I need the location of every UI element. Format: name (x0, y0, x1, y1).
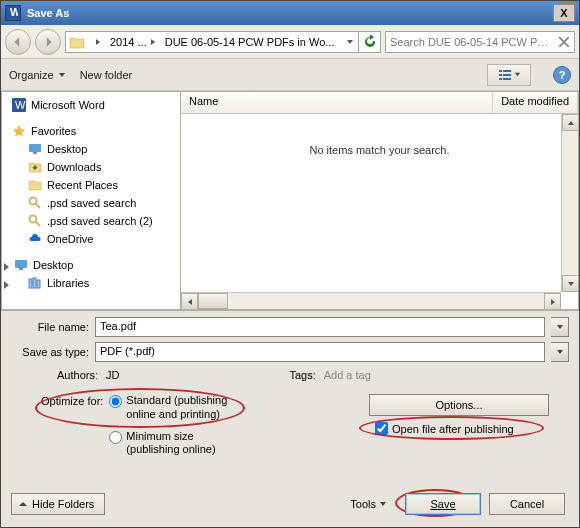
optimize-standard-radio[interactable] (109, 395, 122, 408)
file-list-header: Name Date modified (181, 92, 578, 114)
breadcrumb-segment[interactable]: 2014 ... (110, 36, 147, 48)
svg-line-15 (36, 222, 40, 226)
authors-label: Authors: (57, 369, 98, 381)
svg-text:W: W (10, 8, 18, 18)
refresh-button[interactable] (358, 31, 380, 53)
clear-search-icon[interactable] (558, 36, 570, 48)
svg-rect-19 (33, 278, 36, 288)
tree-item-downloads[interactable]: Downloads (2, 158, 180, 176)
close-button[interactable]: X (553, 4, 575, 22)
file-explorer: W Microsoft Word Favorites Desktop Downl… (1, 91, 579, 311)
svg-line-13 (36, 204, 40, 208)
tools-menu[interactable]: Tools (350, 498, 387, 510)
view-options-button[interactable] (487, 64, 531, 86)
word-app-icon: W (5, 5, 21, 21)
tags-label: Tags: (289, 369, 315, 381)
dialog-footer: Hide Folders Tools Save Cancel (1, 485, 579, 527)
save-button[interactable]: Save (405, 493, 481, 515)
svg-rect-20 (37, 280, 40, 288)
svg-rect-4 (499, 74, 502, 76)
svg-rect-18 (29, 279, 32, 288)
organize-menu[interactable]: Organize (9, 69, 66, 81)
chevron-down-icon (379, 500, 387, 508)
address-bar[interactable]: 2014 ... DUE 06-05-14 PCW PDFs in Wo... (65, 31, 381, 53)
save-as-type-label: Save as type: (11, 346, 89, 358)
svg-rect-5 (503, 74, 511, 76)
open-after-publishing-checkbox[interactable] (375, 422, 388, 435)
empty-results-message: No items match your search. (181, 114, 578, 156)
tags-input[interactable]: Add a tag (324, 369, 371, 381)
optimize-minimum-radio[interactable] (109, 431, 122, 444)
breadcrumb-segment[interactable]: DUE 06-05-14 PCW PDFs in Wo... (165, 36, 335, 48)
column-date[interactable]: Date modified (493, 92, 578, 113)
new-folder-button[interactable]: New folder (80, 69, 133, 81)
tree-item-recent-places[interactable]: Recent Places (2, 176, 180, 194)
horizontal-scrollbar[interactable] (181, 292, 561, 309)
navigation-bar: 2014 ... DUE 06-05-14 PCW PDFs in Wo... … (1, 25, 579, 59)
back-button[interactable] (5, 29, 31, 55)
svg-point-12 (30, 198, 37, 205)
svg-rect-10 (29, 144, 41, 152)
svg-rect-7 (503, 78, 511, 80)
svg-rect-11 (33, 152, 37, 154)
toolbar: Organize New folder ? (1, 59, 579, 91)
tree-item-saved-search-2[interactable]: .psd saved search (2) (2, 212, 180, 230)
optimize-for-label: Optimize for: (41, 395, 103, 407)
tree-item-desktop-root[interactable]: Desktop (2, 256, 180, 274)
svg-text:W: W (15, 99, 26, 111)
svg-rect-3 (503, 70, 511, 72)
search-box[interactable]: Search DUE 06-05-14 PCW PD... (385, 31, 575, 53)
help-button[interactable]: ? (553, 66, 571, 84)
cancel-button[interactable]: Cancel (489, 493, 565, 515)
tree-item-desktop[interactable]: Desktop (2, 140, 180, 158)
tree-item-onedrive[interactable]: OneDrive (2, 230, 180, 248)
file-list-pane: Name Date modified No items match your s… (181, 91, 579, 310)
tree-item-favorites[interactable]: Favorites (2, 122, 180, 140)
file-name-dropdown[interactable] (551, 317, 569, 337)
file-name-label: File name: (11, 321, 89, 333)
search-placeholder: Search DUE 06-05-14 PCW PD... (390, 36, 554, 48)
svg-rect-17 (19, 268, 23, 270)
scroll-right-button[interactable] (544, 293, 561, 310)
forward-button[interactable] (35, 29, 61, 55)
open-after-publishing-label: Open file after publishing (392, 423, 514, 435)
svg-rect-16 (15, 260, 27, 268)
save-form: File name: Tea.pdf Save as type: PDF (*.… (1, 311, 579, 465)
file-name-input[interactable]: Tea.pdf (95, 317, 545, 337)
hide-folders-button[interactable]: Hide Folders (11, 493, 105, 515)
view-icon (498, 68, 512, 82)
window-title: Save As (27, 7, 553, 19)
scroll-down-button[interactable] (562, 275, 579, 292)
save-as-dialog: W Save As X 2014 ... DUE 06-05-14 PCW PD… (0, 0, 580, 528)
tree-item-ms-word[interactable]: W Microsoft Word (2, 96, 180, 114)
scroll-left-button[interactable] (181, 293, 198, 310)
chevron-up-icon (18, 499, 28, 509)
tree-item-saved-search[interactable]: .psd saved search (2, 194, 180, 212)
tree-item-libraries[interactable]: Libraries (2, 274, 180, 292)
vertical-scrollbar[interactable] (561, 114, 578, 292)
scroll-thumb[interactable] (198, 293, 228, 309)
svg-rect-6 (499, 78, 502, 80)
options-button[interactable]: Options... (369, 394, 549, 416)
svg-rect-2 (499, 70, 502, 72)
save-as-type-dropdown[interactable] (551, 342, 569, 362)
scroll-up-button[interactable] (562, 114, 579, 131)
svg-point-14 (30, 216, 37, 223)
navigation-tree[interactable]: W Microsoft Word Favorites Desktop Downl… (1, 91, 181, 310)
column-name[interactable]: Name (181, 92, 493, 113)
titlebar: W Save As X (1, 1, 579, 25)
authors-value[interactable]: JD (106, 369, 119, 381)
save-as-type-select[interactable]: PDF (*.pdf) (95, 342, 545, 362)
